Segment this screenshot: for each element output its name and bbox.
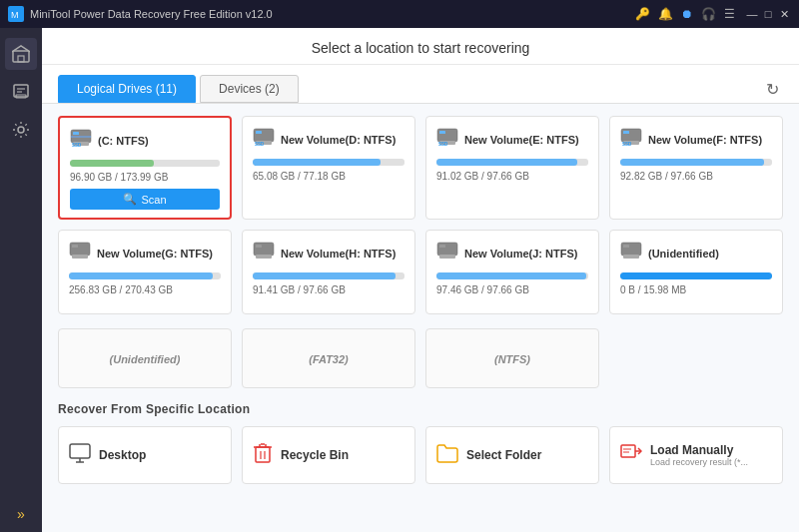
drive-card-UNI2[interactable]: (Unidentified): [58, 328, 232, 388]
svg-rect-41: [256, 447, 270, 462]
sidebar-expand[interactable]: »: [13, 506, 29, 522]
window-controls[interactable]: — □ ✕: [745, 7, 791, 21]
menu-icon[interactable]: ☰: [724, 7, 735, 21]
sidebar-item-recover[interactable]: [5, 76, 37, 108]
drive-label-F: New Volume(F: NTFS): [648, 134, 762, 146]
svg-rect-37: [623, 245, 629, 248]
sidebar: »: [0, 28, 42, 532]
drive-label-NTFS: (NTFS): [494, 353, 530, 365]
svg-text:SSD: SSD: [622, 142, 632, 147]
specific-section-title: Recover From Specific Location: [58, 402, 783, 416]
tabs-row: Logical Drives (11) Devices (2) ↻: [42, 65, 799, 104]
drive-card-F[interactable]: SSD New Volume(F: NTFS) 92.82 GB / 97.66…: [609, 116, 783, 220]
page-title: Select a location to start recovering: [312, 40, 530, 56]
minimize-button[interactable]: —: [745, 7, 759, 21]
close-button[interactable]: ✕: [777, 7, 791, 21]
drive-icon-D: SSD: [253, 127, 275, 152]
tab-logical-drives[interactable]: Logical Drives (11): [58, 75, 196, 103]
scan-label-C: Scan: [141, 194, 166, 206]
drive-header-J: New Volume(J: NTFS): [436, 241, 588, 266]
drive-icon-E: SSD: [436, 127, 458, 152]
empty-drives-grid: (Unidentified) (FAT32) (NTFS): [58, 328, 783, 388]
drive-header-H: New Volume(H: NTFS): [253, 241, 404, 266]
headset-icon[interactable]: 🎧: [701, 7, 716, 21]
scan-button-C[interactable]: 🔍 Scan: [70, 189, 220, 210]
drive-fill-G: [69, 272, 213, 279]
folder-text: Select Folder: [466, 448, 541, 462]
svg-rect-26: [70, 243, 90, 256]
drive-card-D[interactable]: SSD New Volume(D: NTFS) 65.08 GB / 77.18…: [242, 116, 415, 220]
drive-card-NTFS[interactable]: (NTFS): [425, 328, 599, 388]
drive-card-J[interactable]: New Volume(J: NTFS) 97.46 GB / 97.66 GB: [425, 230, 599, 314]
svg-rect-36: [623, 255, 639, 259]
load-text: Load Manually Load recovery result (*...: [650, 443, 748, 467]
drive-icon-H: [253, 241, 275, 266]
svg-rect-29: [254, 243, 274, 256]
svg-rect-11: [71, 136, 91, 138]
drive-bar-E: [436, 159, 588, 166]
svg-rect-35: [621, 243, 641, 256]
svg-rect-24: [623, 131, 629, 134]
folder-icon: [436, 443, 458, 468]
drive-card-G[interactable]: New Volume(G: NTFS) 256.83 GB / 270.43 G…: [58, 230, 232, 314]
app-icon: M: [8, 6, 24, 22]
drive-bar-UNI1: [620, 272, 772, 279]
drive-label-H: New Volume(H: NTFS): [281, 248, 396, 260]
bell-icon[interactable]: 🔔: [658, 7, 673, 21]
drive-label-C: (C: NTFS): [98, 135, 149, 147]
drive-label-D: New Volume(D: NTFS): [281, 134, 396, 146]
drive-card-C[interactable]: SSD (C: NTFS) 96.90 GB / 173.99 GB 🔍 Sca…: [58, 116, 232, 220]
drive-bar-J: [436, 272, 588, 279]
specific-card-load[interactable]: Load Manually Load recovery result (*...: [609, 426, 783, 484]
drive-label-E: New Volume(E: NTFS): [464, 134, 579, 146]
drive-fill-D: [253, 159, 381, 166]
drive-icon-C: SSD: [70, 128, 92, 153]
drive-fill-J: [436, 272, 586, 279]
main-content: Select a location to start recovering Lo…: [42, 28, 799, 532]
drive-size-D: 65.08 GB / 77.18 GB: [253, 171, 346, 182]
drive-size-UNI1: 0 B / 15.98 MB: [620, 284, 686, 295]
sidebar-item-settings[interactable]: [5, 114, 37, 146]
drive-bar-H: [253, 272, 404, 279]
specific-card-folder[interactable]: Select Folder: [425, 426, 599, 484]
drive-card-E[interactable]: SSD New Volume(E: NTFS) 91.02 GB / 97.66…: [425, 116, 599, 220]
drive-label-UNI2: (Unidentified): [110, 353, 181, 365]
drive-header-G: New Volume(G: NTFS): [69, 241, 221, 266]
drive-label-UNI1: (Unidentified): [648, 248, 719, 260]
specific-grid: Desktop Recycle Bin: [58, 426, 783, 484]
app-title: MiniTool Power Data Recovery Free Editio…: [30, 8, 635, 20]
drive-card-FAT32[interactable]: (FAT32): [242, 328, 415, 388]
refresh-button[interactable]: ↻: [762, 76, 783, 103]
drive-card-H[interactable]: New Volume(H: NTFS) 91.41 GB / 97.66 GB: [242, 230, 415, 314]
drive-fill-H: [253, 272, 396, 279]
svg-text:SSD: SSD: [255, 142, 265, 147]
drive-size-H: 91.41 GB / 97.66 GB: [253, 284, 346, 295]
key-icon[interactable]: 🔑: [635, 7, 650, 21]
drive-bar-G: [69, 272, 221, 279]
svg-rect-18: [437, 129, 457, 142]
specific-card-recycle[interactable]: Recycle Bin: [242, 426, 415, 484]
drive-fill-F: [620, 159, 764, 166]
drive-size-C: 96.90 GB / 173.99 GB: [70, 172, 168, 183]
drive-card-UNI1[interactable]: (Unidentified) 0 B / 15.98 MB: [609, 230, 783, 314]
svg-text:M: M: [11, 10, 19, 20]
svg-text:SSD: SSD: [438, 142, 448, 147]
maximize-button[interactable]: □: [761, 7, 775, 21]
svg-rect-16: [256, 131, 262, 134]
drive-fill-C: [70, 160, 154, 167]
title-bar: M MiniTool Power Data Recovery Free Edit…: [0, 0, 799, 28]
record-icon[interactable]: ⏺: [681, 7, 693, 21]
desktop-label: Desktop: [99, 448, 146, 462]
drive-fill-E: [436, 159, 577, 166]
specific-location-section: Recover From Specific Location Desktop: [58, 402, 783, 484]
specific-card-desktop[interactable]: Desktop: [58, 426, 232, 484]
drives-area[interactable]: SSD (C: NTFS) 96.90 GB / 173.99 GB 🔍 Sca…: [42, 104, 799, 532]
svg-rect-3: [18, 56, 24, 62]
tab-devices[interactable]: Devices (2): [200, 75, 299, 103]
svg-point-8: [18, 127, 24, 133]
sidebar-item-home[interactable]: [5, 38, 37, 70]
recycle-label: Recycle Bin: [281, 448, 349, 462]
svg-rect-12: [73, 132, 79, 135]
svg-rect-33: [439, 255, 455, 259]
trash-icon: [253, 442, 273, 469]
